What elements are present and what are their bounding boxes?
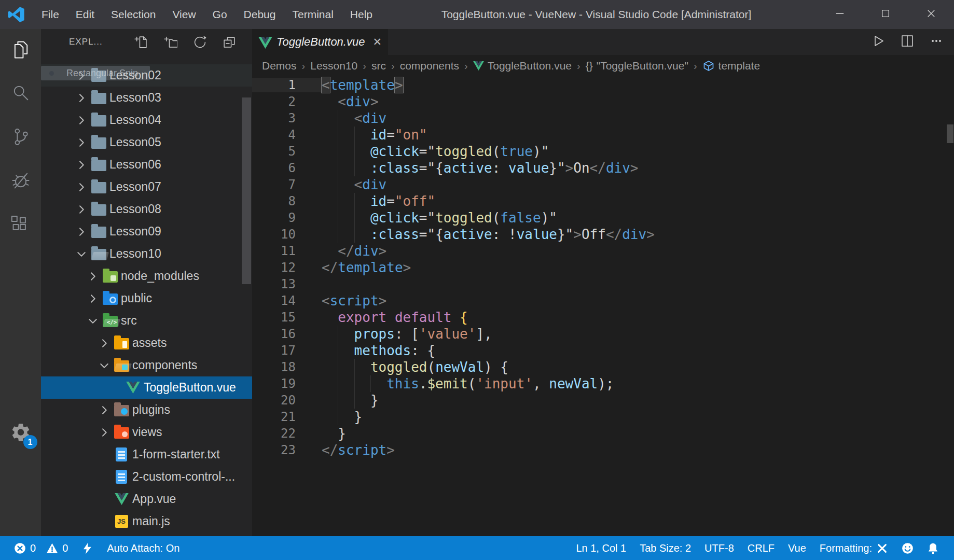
breadcrumb-item[interactable]: Demos (262, 60, 297, 72)
tree-item-components[interactable]: components (41, 354, 252, 376)
code-line-20[interactable]: 20 } (252, 392, 954, 409)
code-line-6[interactable]: 6 :class="{active: value}">On</div> (252, 160, 954, 176)
tree-item-lesson07[interactable]: Lesson07 (41, 176, 252, 198)
status-cursor-position[interactable]: Ln 1, Col 1 (569, 542, 633, 554)
status-indentation[interactable]: Tab Size: 2 (633, 542, 698, 554)
breadcrumb-item[interactable]: {}"ToggleButton.vue" (586, 60, 688, 72)
code-line-21[interactable]: 21 } (252, 409, 954, 425)
line-number[interactable]: 12 (252, 260, 322, 275)
line-number[interactable]: 14 (252, 293, 322, 308)
code-line-4[interactable]: 4 id="on" (252, 127, 954, 143)
menu-terminal[interactable]: Terminal (284, 0, 341, 29)
code-line-1[interactable]: 1<template> (252, 77, 954, 93)
line-number[interactable]: 4 (252, 128, 322, 142)
menu-go[interactable]: Go (204, 0, 236, 29)
code-line-5[interactable]: 5 @click="toggled(true)" (252, 143, 954, 160)
tree-item-plugins[interactable]: plugins (41, 399, 252, 421)
line-number[interactable]: 3 (252, 111, 322, 125)
code-line-23[interactable]: 23</script> (252, 442, 954, 458)
code-line-7[interactable]: 7 <div (252, 176, 954, 193)
menu-view[interactable]: View (164, 0, 204, 29)
line-number[interactable]: 20 (252, 393, 322, 408)
menu-file[interactable]: File (33, 0, 67, 29)
code-line-11[interactable]: 11 </div> (252, 243, 954, 259)
line-number[interactable]: 6 (252, 161, 322, 175)
activity-explorer-button[interactable] (0, 29, 41, 73)
tree-item-lesson04[interactable]: Lesson04 (41, 109, 252, 131)
tree-item-lesson10[interactable]: Lesson10 (41, 243, 252, 265)
code-line-14[interactable]: 14<script> (252, 292, 954, 309)
minimize-button[interactable] (817, 0, 863, 29)
code-line-8[interactable]: 8 id="off" (252, 193, 954, 209)
refresh-button[interactable] (193, 35, 207, 49)
status-auto-attach[interactable]: Auto Attach: On (75, 542, 186, 554)
close-button[interactable] (908, 0, 954, 29)
split-editor-button[interactable] (900, 34, 915, 50)
line-number[interactable]: 23 (252, 443, 322, 457)
status-eol[interactable]: CRLF (741, 542, 781, 554)
breadcrumb-item[interactable]: template (702, 60, 761, 72)
line-number[interactable]: 7 (252, 177, 322, 192)
tree-scrollbar[interactable] (242, 97, 251, 284)
code-line-15[interactable]: 15 export default { (252, 309, 954, 326)
breadcrumb-item[interactable]: components (400, 60, 459, 72)
tree-item-app-vue[interactable]: App.vue (41, 488, 252, 510)
line-number[interactable]: 16 (252, 327, 322, 341)
code-line-17[interactable]: 17 methods: { (252, 342, 954, 359)
tree-item-views[interactable]: views (41, 421, 252, 443)
tree-item-lesson08[interactable]: Lesson08 (41, 198, 252, 220)
breadcrumb-item[interactable]: ToggleButton.vue (473, 60, 572, 72)
line-number[interactable]: 8 (252, 194, 322, 208)
line-number[interactable]: 21 (252, 410, 322, 424)
code-line-19[interactable]: 19 this.$emit('input', newVal); (252, 375, 954, 392)
status-formatting[interactable]: Formatting: (813, 542, 895, 554)
menu-help[interactable]: Help (342, 0, 381, 29)
code-line-18[interactable]: 18 toggled(newVal) { (252, 359, 954, 375)
status-problems[interactable]: 00 (7, 542, 75, 554)
code-line-16[interactable]: 16 props: ['value'], (252, 326, 954, 342)
menu-edit[interactable]: Edit (67, 0, 103, 29)
tree-item-main-js[interactable]: JSmain.js (41, 510, 252, 533)
tab-togglebutton-vue[interactable]: ToggleButton.vue ✕ (252, 29, 388, 55)
code-line-10[interactable]: 10 :class="{active: !value}">Off</div> (252, 226, 954, 243)
menu-selection[interactable]: Selection (103, 0, 164, 29)
line-number[interactable]: 22 (252, 426, 322, 441)
breadcrumb-item[interactable]: Lesson10 (310, 60, 357, 72)
tree-item-lesson03[interactable]: Lesson03 (41, 87, 252, 109)
more-actions-button[interactable] (929, 34, 944, 50)
line-number[interactable]: 18 (252, 360, 322, 374)
activity-source-control-button[interactable] (0, 116, 41, 160)
new-folder-button[interactable] (163, 35, 177, 49)
status-feedback[interactable] (895, 542, 920, 554)
status-notifications[interactable] (920, 542, 946, 554)
code-line-2[interactable]: 2 <div> (252, 93, 954, 110)
tree-item-assets[interactable]: assets (41, 332, 252, 354)
collapse-all-button[interactable] (223, 35, 237, 49)
line-number[interactable]: 9 (252, 211, 322, 225)
tab-close-icon[interactable]: ✕ (372, 36, 382, 48)
editor-scrollbar[interactable] (947, 124, 953, 143)
line-number[interactable]: 19 (252, 376, 322, 391)
code-line-22[interactable]: 22 } (252, 425, 954, 442)
line-number[interactable]: 2 (252, 94, 322, 109)
code-line-3[interactable]: 3 <div (252, 110, 954, 127)
code-line-9[interactable]: 9 @click="toggled(false)" (252, 209, 954, 226)
code-line-13[interactable]: 13 (252, 276, 954, 292)
code-editor[interactable]: 1<template>2 <div>3 <div4 id="on"5 @clic… (252, 77, 954, 536)
maximize-button[interactable] (863, 0, 908, 29)
activity-debug-button[interactable] (0, 160, 41, 203)
tree-item-togglebutton-vue[interactable]: ToggleButton.vue (41, 376, 252, 399)
tree-item-public[interactable]: public (41, 287, 252, 310)
tree-item-lesson06[interactable]: Lesson06 (41, 153, 252, 176)
line-number[interactable]: 10 (252, 227, 322, 242)
line-number[interactable]: 13 (252, 277, 322, 291)
run-button[interactable] (871, 34, 886, 50)
code-line-12[interactable]: 12</template> (252, 259, 954, 276)
breadcrumb-item[interactable]: src (371, 60, 386, 72)
activity-search-button[interactable] (0, 73, 41, 116)
settings-button[interactable]: 1 (10, 422, 31, 445)
status-encoding[interactable]: UTF-8 (698, 542, 741, 554)
new-file-button[interactable] (134, 35, 148, 49)
line-number[interactable]: 1 (252, 78, 322, 92)
tree-item-1-form-starter-txt[interactable]: 1-form-starter.txt (41, 443, 252, 466)
